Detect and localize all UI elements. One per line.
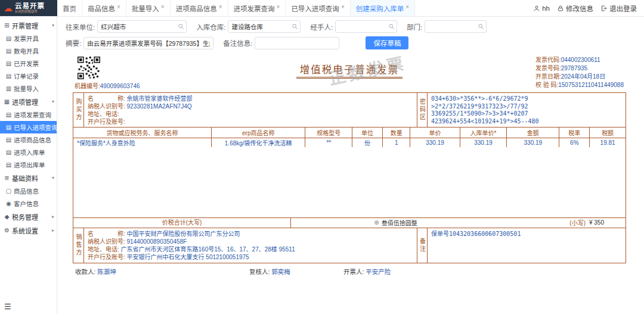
seller-name: 中国平安财产保险股份有限公司广东分公司 — [127, 231, 240, 237]
sidebar-section-0[interactable]: ⊞开票管理▾ — [0, 18, 57, 32]
database-icon: ≣ — [4, 175, 10, 181]
tab-1[interactable]: 商品信息× — [82, 0, 126, 16]
column-header: 单位 — [352, 128, 383, 138]
sidebar-item-0-4[interactable]: ▥批量导入 — [0, 82, 57, 95]
sidebar-item-label: 商品信息 — [14, 186, 39, 195]
import-icon: ▥ — [5, 85, 12, 92]
machine-number: 机器编号:490099603746 — [75, 81, 140, 90]
column-header: 税率 — [559, 128, 590, 138]
doc-icon: ▤ — [5, 136, 12, 143]
lock-icon — [557, 5, 564, 12]
sidebar-section-label: 进项管理 — [12, 97, 38, 107]
invoice-table-head-row: 货物或应税劳务、服务名称erp商品名称规格型号单位数量单价入库单价*金额税率税额 — [73, 128, 626, 138]
table-cell: 330.19 — [460, 138, 507, 147]
sidebar-item-2-1[interactable]: ◉客户信息 — [0, 197, 57, 210]
sidebar-item-1-0[interactable]: ▤进项发票查询 — [0, 108, 57, 121]
invoice-empty-area — [73, 147, 626, 218]
seller-taxid-label: 纳税人识别号: — [88, 238, 127, 245]
logout-button[interactable]: 退出登录 — [600, 4, 637, 13]
tab-close-icon[interactable]: × — [161, 4, 165, 10]
summary-input[interactable] — [84, 39, 213, 46]
tab-close-icon[interactable]: × — [219, 4, 222, 10]
password-line: >2*2/3726219*9317323>/77/92 — [431, 103, 622, 111]
doc-icon: ▤ — [5, 48, 12, 54]
invoice-body: 购买方 名 称: 余姚市管家婆软件经营部 纳税人识别号: 92330281MA2… — [73, 92, 626, 263]
tab-close-icon[interactable]: × — [117, 4, 120, 10]
handler-label: 经手人: — [310, 22, 333, 32]
modify-info-button[interactable]: 修改信息 — [557, 4, 593, 13]
user-menu[interactable]: hh — [533, 5, 550, 12]
password-area-label: 密码区 — [417, 93, 428, 127]
tab-2[interactable]: 批量导入× — [126, 0, 171, 16]
sidebar-item-1-3[interactable]: ▤进项入库单 — [0, 146, 57, 158]
tab-6[interactable]: 创建采购入库单× — [351, 0, 415, 16]
tab-3[interactable]: 进项商品信息× — [171, 0, 228, 16]
sidebar-item-0-1[interactable]: ▤数电开具 — [0, 45, 57, 57]
sidebar-item-1-4[interactable]: ▤进项出库单 — [0, 158, 57, 171]
buyer-taxid-label: 纳税人识别号: — [88, 103, 127, 110]
menu-toggle-icon[interactable]: ☰ — [4, 302, 11, 311]
sidebar-section-1[interactable]: ▦进项管理▾ — [0, 95, 57, 108]
tab-0[interactable]: 首页 — [57, 0, 82, 16]
column-header: 货物或应税劳务、服务名称 — [73, 128, 212, 138]
reviewer: 复核人: 郭奕梅 — [249, 267, 343, 276]
table-cell: 1.68kg/袋传化千净洗洁精 — [212, 138, 305, 147]
sidebar-item-0-3[interactable]: ▤订单记录 — [0, 70, 57, 82]
invoice-remark: 保单号10432036600607300501 — [428, 228, 626, 263]
tab-close-icon[interactable]: × — [277, 4, 280, 10]
table-cell: 份 — [352, 138, 383, 147]
table-row: *保险服务*人身意外险1.68kg/袋传化千净洗洁精**份1330.19330.… — [73, 138, 626, 147]
handler-input[interactable] — [336, 23, 397, 30]
tab-close-icon[interactable]: × — [405, 4, 409, 10]
sidebar-section-2[interactable]: ≣基础资料▾ — [0, 171, 57, 185]
partner-input-wrap — [97, 20, 187, 33]
sidebar-section-4[interactable]: ⚙系统设置▸ — [0, 223, 57, 237]
sidebar-section-3[interactable]: ◆税务管理▸ — [0, 210, 57, 223]
sidebar-item-label: 进项商品信息 — [14, 135, 51, 144]
sidebar-item-1-1[interactable]: ▤已导入进项查询 — [0, 121, 57, 133]
customer-icon: ◉ — [5, 200, 12, 207]
search-icon[interactable] — [292, 23, 298, 30]
cloud-logo-icon: ☁ — [4, 4, 13, 13]
remark-label: 备注信息: — [223, 38, 252, 48]
drawer: 开票人: 平安产险 — [343, 267, 391, 276]
seller-info: 名 称: 中国平安财产保险股份有限公司广东分公司 纳税人识别号: 9144000… — [84, 228, 417, 263]
invoice-table-body: *保险服务*人身意外险1.68kg/袋传化千净洗洁精**份1330.19330.… — [73, 138, 626, 147]
sidebar-item-0-2[interactable]: ▤已开发票 — [0, 57, 57, 70]
warehouse-input[interactable] — [228, 23, 300, 30]
department-input[interactable] — [425, 23, 486, 30]
sidebar-item-label: 数电开具 — [14, 46, 39, 55]
seller-bank-label: 开户行及账号: — [88, 254, 127, 260]
password-area-content: 034+630>*356**>-6*6/29672*9>2*2/3726219*… — [428, 93, 626, 127]
search-icon[interactable] — [478, 23, 484, 30]
settings-icon: ⚙ — [4, 227, 10, 234]
sidebar-item-label: 已导入进项查询 — [14, 123, 58, 132]
caret-right-icon: ▸ — [52, 228, 54, 233]
tab-4[interactable]: 进项发票查询× — [228, 0, 286, 16]
remark-input[interactable] — [255, 39, 339, 46]
partner-input[interactable] — [98, 23, 186, 30]
tab-label: 首页 — [63, 4, 76, 13]
tab-close-icon[interactable]: × — [341, 4, 345, 10]
sidebar-item-label: 订单记录 — [14, 71, 39, 80]
tab-5[interactable]: 已导入进项查询× — [286, 0, 350, 16]
sidebar-item-0-0[interactable]: ▤发票开具 — [0, 32, 57, 45]
save-draft-button[interactable]: 保存草稿 — [366, 36, 408, 49]
tab-label: 进项商品信息 — [176, 4, 217, 13]
seller-side-label: 销售方 — [73, 228, 84, 263]
search-icon[interactable] — [388, 23, 395, 30]
total-amount-words: ⊗ 叁佰伍拾圆整 — [291, 218, 500, 228]
doc-icon: ▤ — [5, 60, 12, 67]
sidebar-item-2-0[interactable]: ▢商品信息 — [0, 185, 57, 197]
top-bar: ☁ 云易开票 好用的财税软件 首页商品信息×批量导入×进项商品信息×进项发票查询… — [0, 0, 644, 17]
sidebar-menu: ⊞开票管理▾▤发票开具▤数电开具▤已开发票▤订单记录▥批量导入▦进项管理▾▤进项… — [0, 18, 57, 237]
sidebar-item-1-2[interactable]: ▤进项商品信息 — [0, 133, 57, 146]
modify-info-label: 修改信息 — [566, 4, 593, 13]
sidebar-item-label: 批量导入 — [14, 84, 39, 93]
caret-right-icon: ▸ — [52, 214, 54, 219]
search-icon[interactable] — [178, 23, 184, 30]
tab-label: 已导入进项查询 — [291, 4, 339, 13]
buyer-info: 名 称: 余姚市管家婆软件经营部 纳税人识别号: 92330281MA2AFN7… — [84, 93, 417, 127]
invoice-signatures: 收款人: 陈灏坤 复核人: 郭奕梅 开票人: 平安产险 — [73, 267, 626, 276]
doc-icon: ▤ — [5, 124, 12, 130]
